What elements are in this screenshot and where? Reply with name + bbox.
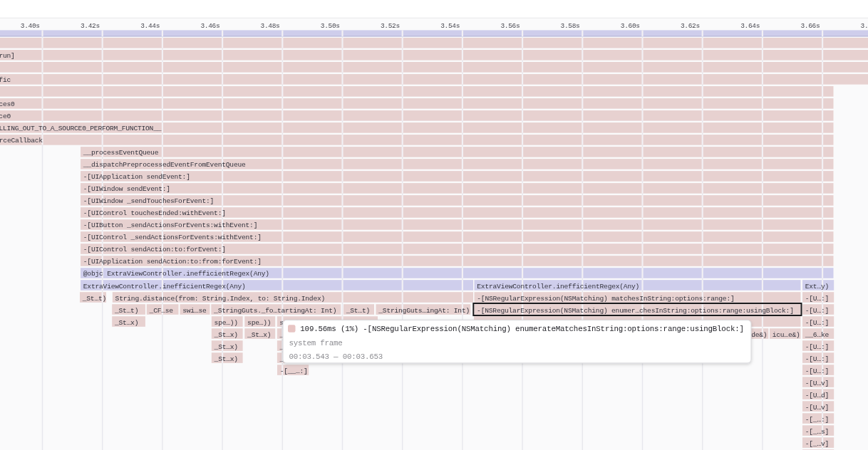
svg-text:spe…)): spe…)) <box>247 319 271 327</box>
svg-text:_St…t): _St…t) <box>346 307 370 315</box>
svg-text:_St…x): _St…x) <box>247 331 271 339</box>
svg-text:_St…x): _St…x) <box>214 355 238 363</box>
svg-text:system frame: system frame <box>289 339 343 347</box>
svg-text:-[UIControl sendAction:to:forE: -[UIControl sendAction:to:forEvent:] <box>83 246 226 253</box>
svg-text:3.68s: 3.68s <box>861 22 868 30</box>
svg-text:00:03.543 — 00:03.653: 00:03.543 — 00:03.653 <box>289 352 383 361</box>
svg-text:__CFRunLoopDoSources0: __CFRunLoopDoSources0 <box>0 100 15 108</box>
svg-text:-[U…:]: -[U…:] <box>805 307 829 315</box>
svg-text:3.56s: 3.56s <box>500 22 520 30</box>
svg-text:__6…ke: __6…ke <box>805 331 830 339</box>
svg-text:-[UIApplication sendEvent:]: -[UIApplication sendEvent:] <box>83 173 190 181</box>
svg-text:-[__…:]: -[__…:] <box>280 367 308 375</box>
svg-text:String.distance(from: String.I: String.distance(from: String.Index, to: … <box>115 295 326 303</box>
svg-text:3.46s: 3.46s <box>200 22 219 30</box>
svg-text:-[U…d]: -[U…d] <box>805 392 829 399</box>
svg-text:-[U…:]: -[U…:] <box>805 319 829 327</box>
svg-text:@objc ExtraViewController.inef: @objc ExtraViewController.inefficientReg… <box>83 270 269 278</box>
svg-text:-[_…v]: -[_…v] <box>805 440 829 448</box>
svg-text:-[U…:]: -[U…:] <box>805 355 829 363</box>
svg-text:3.58s: 3.58s <box>561 22 580 30</box>
svg-text:spe…)): spe…)) <box>215 319 238 327</box>
svg-text:-[U…v]: -[U…v] <box>805 380 829 387</box>
svg-text:__CFRunLoopDoSource0: __CFRunLoopDoSource0 <box>0 112 11 120</box>
svg-text:-[U…:]: -[U…:] <box>805 367 829 375</box>
svg-text:Ext…y): Ext…y) <box>805 283 829 291</box>
svg-text:3.52s: 3.52s <box>381 22 400 30</box>
svg-text:-[U…:]: -[U…:] <box>805 295 829 303</box>
svg-text:__CFRUNLOOP_IS_CALLING_OUT_TO_: __CFRUNLOOP_IS_CALLING_OUT_TO_A_SOURCE0_… <box>0 125 162 132</box>
svg-text:_St…x): _St…x) <box>114 319 138 327</box>
svg-text:3.42s: 3.42s <box>81 22 100 30</box>
svg-text:3.62s: 3.62s <box>681 22 700 30</box>
svg-text:-[NSRegularExpression(NSMatchi: -[NSRegularExpression(NSMatching) matche… <box>477 295 734 303</box>
svg-text:3.40s: 3.40s <box>21 22 40 30</box>
svg-text:ExtraViewController.inefficien: ExtraViewController.inefficientRegex(Any… <box>83 283 246 291</box>
svg-text:3.44s: 3.44s <box>140 22 160 30</box>
svg-text:__dispatchPreprocessedEventFro: __dispatchPreprocessedEventFromEventQueu… <box>83 161 246 169</box>
svg-text:3.60s: 3.60s <box>621 22 640 30</box>
svg-text:3.66s: 3.66s <box>800 22 820 30</box>
svg-text:-[U…:]: -[U…:] <box>805 343 829 351</box>
svg-text:_StringGuts._fo…tartingAt: Int: _StringGuts._fo…tartingAt: Int) <box>213 307 336 315</box>
svg-text:CFRunLoopRunSpecific: CFRunLoopRunSpecific <box>0 76 11 84</box>
svg-text:-[UIApplication sendAction:to:: -[UIApplication sendAction:to:from:forEv… <box>83 258 262 266</box>
svg-text:_CF…se: _CF…se <box>149 307 174 315</box>
svg-text:-[U…v]: -[U…v] <box>805 404 829 412</box>
svg-text:-[UIControl touchesEnded:withE: -[UIControl touchesEnded:withEvent:] <box>83 209 226 217</box>
svg-text:de&): de&) <box>751 331 767 339</box>
svg-text:-[NSRegularExpression(NSMatchi: -[NSRegularExpression(NSMatching) enumer… <box>477 307 794 315</box>
svg-text:icu…e&): icu…e&) <box>773 331 800 339</box>
svg-text:-[UIButton _sendActionsForEven: -[UIButton _sendActionsForEvents:withEve… <box>83 221 258 229</box>
svg-text:-[_…s]: -[_…s] <box>805 428 829 436</box>
svg-text:109.56ms (1%) -[NSRegularExpre: 109.56ms (1%) -[NSRegularExpression(NSMa… <box>300 325 744 333</box>
svg-text:-[UIWindow sendEvent:]: -[UIWindow sendEvent:] <box>83 185 170 193</box>
svg-text:3.54s: 3.54s <box>440 22 460 30</box>
svg-text:__CFRunLoopDoSourceCallback: __CFRunLoopDoSourceCallback <box>0 137 43 145</box>
svg-text:_St…t): _St…t) <box>82 295 106 303</box>
svg-text:3.64s: 3.64s <box>740 22 760 30</box>
svg-text:3.48s: 3.48s <box>261 22 280 30</box>
svg-text:-[_…:]: -[_…:] <box>805 416 829 424</box>
svg-text:-[UIApplication _run]: -[UIApplication _run] <box>0 52 15 60</box>
svg-text:_St…t): _St…t) <box>114 307 138 315</box>
svg-text:-[UIWindow _sendTouchesForEven: -[UIWindow _sendTouchesForEvent:] <box>83 197 214 205</box>
svg-text:_St…x): _St…x) <box>214 331 238 339</box>
svg-text:_St…x): _St…x) <box>214 343 238 351</box>
svg-text:3.50s: 3.50s <box>321 22 340 30</box>
svg-text:-[UIControl _sendActionsForEve: -[UIControl _sendActionsForEvents:withEv… <box>83 234 262 241</box>
svg-text:ExtraViewController.inefficien: ExtraViewController.inefficientRegex(Any… <box>477 283 639 291</box>
svg-text:swi…se: swi…se <box>182 307 207 315</box>
svg-text:__processEventQueue: __processEventQueue <box>83 149 159 157</box>
svg-text:_StringGuts…ingAt: Int): _StringGuts…ingAt: Int) <box>378 307 470 315</box>
